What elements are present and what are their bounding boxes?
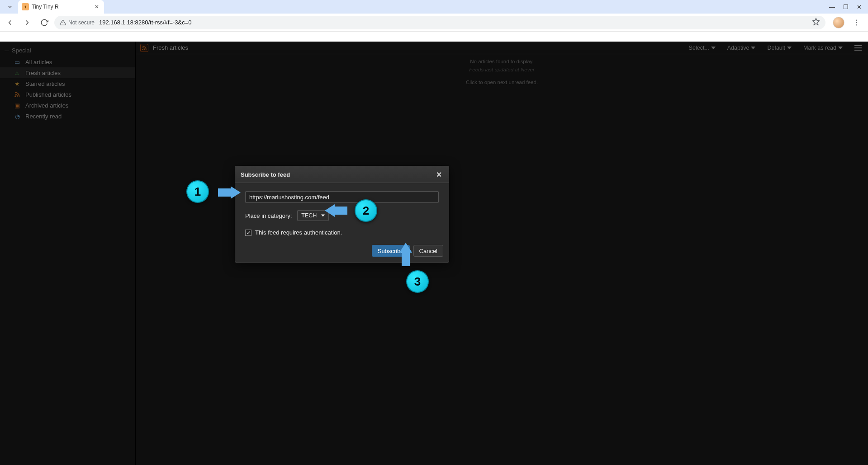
bookmark-star-icon[interactable] [812, 18, 820, 27]
category-value: TECH [301, 212, 317, 219]
window-controls: ― ❐ ✕ [823, 0, 868, 14]
tab-close-button[interactable]: ✕ [93, 3, 100, 10]
reload-button[interactable] [37, 15, 52, 30]
subscribe-button[interactable]: Subscribe [372, 245, 410, 257]
ttrss-app: ― Special ▭ All articles ♨ Fresh article… [0, 42, 868, 465]
address-bar[interactable]: Not secure 192.168.1.18:8280/tt-rss/#f=-… [54, 16, 825, 29]
dialog-close-button[interactable]: ✕ [434, 170, 443, 179]
svg-point-1 [856, 19, 857, 20]
auth-label: This feed requires authentication. [255, 229, 342, 236]
dialog-title: Subscribe to feed [241, 171, 290, 178]
tab-search-button[interactable] [5, 1, 15, 12]
security-label: Not secure [68, 19, 95, 26]
browser-toolbar: Not secure 192.168.1.18:8280/tt-rss/#f=-… [0, 14, 868, 32]
maximize-icon[interactable]: ❐ [843, 4, 849, 10]
svg-marker-0 [813, 19, 820, 25]
tab-title: Tiny Tiny R [32, 4, 90, 10]
category-label: Place in category: [245, 212, 292, 219]
profile-avatar[interactable] [833, 17, 844, 28]
close-window-icon[interactable]: ✕ [857, 4, 862, 10]
browser-menu-button[interactable] [849, 15, 863, 30]
tabstrip: ✦ Tiny Tiny R ✕ [0, 0, 104, 14]
dialog-titlebar: Subscribe to feed ✕ [235, 166, 449, 183]
back-button[interactable] [3, 15, 17, 30]
security-chip[interactable]: Not secure [60, 19, 95, 26]
cancel-button[interactable]: Cancel [413, 245, 443, 257]
forward-button[interactable] [20, 15, 34, 30]
browser-tab[interactable]: ✦ Tiny Tiny R ✕ [18, 0, 104, 14]
svg-point-3 [856, 24, 857, 25]
svg-marker-10 [321, 215, 325, 217]
url-text: 192.168.1.18:8280/tt-rss/#f=-3&c=0 [99, 19, 192, 26]
feed-url-input[interactable] [245, 191, 439, 203]
rss-favicon-icon: ✦ [22, 3, 29, 10]
category-select[interactable]: TECH [297, 210, 329, 221]
browser-content-top-gap [0, 32, 868, 42]
window-titlebar: ✦ Tiny Tiny R ✕ ― ❐ ✕ [0, 0, 868, 14]
subscribe-dialog: Subscribe to feed ✕ Place in category: T… [235, 166, 449, 263]
svg-point-2 [856, 22, 857, 23]
minimize-icon[interactable]: ― [829, 4, 835, 10]
auth-checkbox[interactable] [245, 230, 251, 236]
